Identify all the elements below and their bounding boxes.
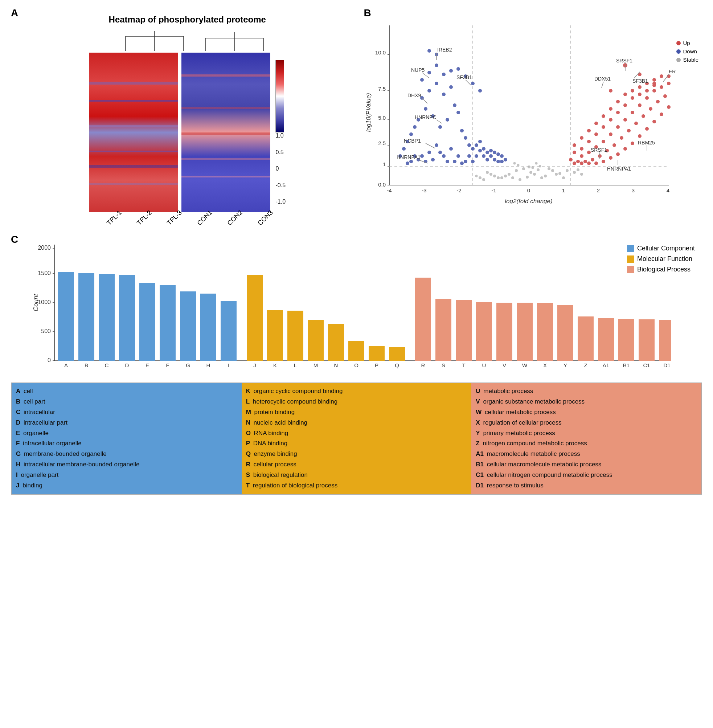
svg-text:U: U	[482, 362, 486, 368]
svg-text:B1: B1	[623, 362, 629, 368]
svg-point-163	[631, 89, 634, 92]
svg-point-183	[602, 140, 605, 143]
svg-line-236	[426, 143, 435, 148]
svg-point-206	[663, 94, 667, 98]
svg-point-179	[573, 151, 576, 154]
svg-rect-16	[89, 165, 178, 168]
svg-point-214	[624, 147, 627, 151]
svg-point-56	[537, 169, 540, 171]
svg-point-75	[573, 171, 576, 174]
svg-point-71	[482, 178, 485, 181]
svg-rect-297	[368, 346, 385, 361]
svg-point-66	[493, 175, 496, 178]
legend-s: S biological regulation	[246, 470, 467, 480]
svg-rect-323	[638, 319, 655, 361]
svg-line-234	[437, 120, 442, 123]
svg-point-212	[609, 156, 613, 160]
svg-line-232	[422, 98, 427, 103]
svg-text:10.0: 10.0	[375, 49, 385, 55]
svg-point-84	[531, 167, 534, 169]
legend-h: H intracellular membrane-bounded organel…	[16, 459, 237, 470]
svg-point-95	[446, 118, 449, 122]
svg-point-188	[638, 103, 641, 107]
svg-rect-299	[389, 347, 405, 361]
svg-point-164	[638, 85, 641, 89]
svg-point-157	[587, 129, 591, 133]
svg-text:2: 2	[597, 187, 600, 194]
svg-point-195	[583, 160, 587, 163]
svg-point-211	[602, 160, 605, 163]
svg-text:-3: -3	[422, 187, 427, 194]
svg-point-158	[594, 122, 598, 125]
panel-c: C Cellular Component Molecular Function …	[7, 234, 706, 498]
cellular-component-icon	[627, 245, 634, 252]
svg-rect-14	[89, 125, 178, 127]
svg-point-96	[453, 103, 456, 107]
legend-p: P DNA binding	[246, 439, 467, 449]
svg-rect-22	[181, 176, 270, 178]
svg-rect-271	[99, 274, 115, 361]
svg-text:D1: D1	[663, 362, 670, 368]
svg-point-128	[478, 149, 482, 152]
svg-point-194	[576, 160, 580, 163]
svg-rect-279	[180, 291, 196, 361]
legend-i: I organelle part	[16, 470, 237, 480]
svg-point-55	[530, 171, 532, 174]
svg-point-81	[528, 166, 531, 169]
svg-point-62	[489, 173, 492, 176]
svg-point-191	[660, 85, 663, 89]
svg-text:X: X	[543, 362, 547, 368]
svg-point-116	[431, 158, 435, 161]
legend-d1: D1 response to stimulus	[476, 480, 697, 491]
legend-val-1: 1.0	[275, 133, 286, 139]
svg-point-187	[631, 111, 634, 114]
biological-process-icon	[627, 266, 634, 273]
panel-a: A Heatmap of phosphorylated proteome	[7, 7, 353, 227]
legend-m: M protein binding	[246, 407, 467, 418]
legend-d: D intracellular part	[16, 418, 237, 428]
volcano-legend: Up Down Stable	[676, 40, 698, 65]
svg-text:1000: 1000	[38, 299, 51, 305]
svg-rect-317	[578, 316, 594, 361]
svg-point-113	[460, 161, 464, 165]
svg-text:0.0: 0.0	[378, 182, 386, 188]
svg-point-117	[438, 151, 442, 154]
svg-point-134	[485, 158, 489, 161]
svg-rect-21	[181, 158, 270, 160]
svg-point-87	[435, 82, 438, 85]
svg-text:2.5: 2.5	[378, 140, 386, 146]
svg-text:T: T	[462, 362, 465, 368]
svg-point-105	[427, 151, 431, 154]
svg-point-58	[533, 173, 536, 176]
svg-point-59	[511, 176, 514, 179]
up-dots	[569, 63, 671, 165]
legend-k: K organic cyclic compound binding	[246, 386, 467, 397]
svg-rect-307	[476, 302, 492, 361]
svg-text:M: M	[313, 362, 318, 368]
legend-w: W cellular metabolic process	[476, 407, 697, 418]
svg-text:K: K	[273, 362, 277, 368]
svg-point-189	[645, 96, 649, 100]
svg-point-204	[649, 107, 652, 111]
heatmap-legend: 1.0 0.5 0 -0.5 -1.0	[274, 60, 286, 205]
svg-text:1: 1	[382, 161, 385, 167]
svg-point-133	[485, 151, 489, 154]
volcano-plot: 0.0 1 2.5 5.0 7.5 10.0 -4 -3 -2 -1 0 1 2	[364, 18, 676, 210]
svg-text:P: P	[375, 362, 379, 368]
svg-text:O: O	[354, 362, 358, 368]
svg-point-146	[427, 71, 431, 75]
legend-b1: B1 cellular macromolecule metabolic proc…	[476, 459, 697, 470]
svg-rect-15	[89, 151, 178, 152]
svg-point-169	[587, 140, 591, 143]
svg-point-193	[569, 158, 573, 161]
svg-text:IREB2: IREB2	[437, 47, 452, 53]
svg-point-222	[652, 82, 656, 85]
svg-point-107	[449, 147, 453, 151]
svg-point-137	[493, 151, 497, 154]
svg-rect-275	[139, 283, 155, 361]
legend-o: O RNA binding	[246, 428, 467, 439]
svg-rect-18	[181, 75, 270, 76]
molecular-function-label: Molecular Function	[637, 255, 692, 263]
up-dot-icon	[676, 41, 681, 45]
svg-point-57	[504, 175, 507, 178]
